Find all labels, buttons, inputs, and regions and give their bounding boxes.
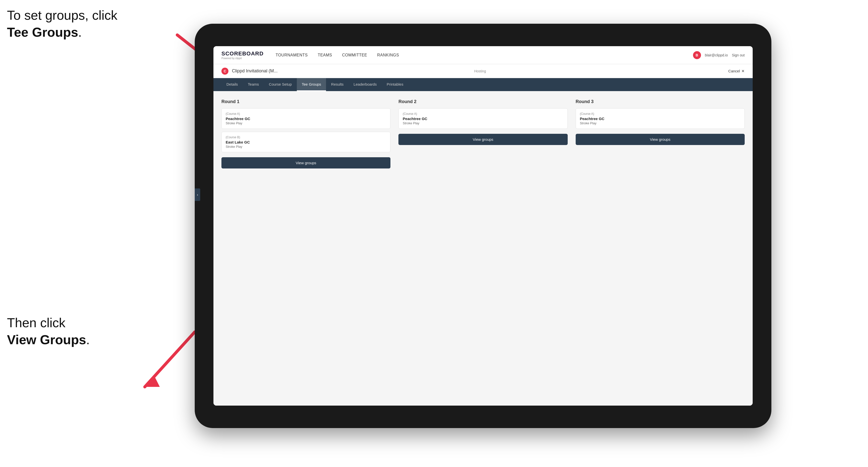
tab-printables[interactable]: Printables xyxy=(382,78,408,91)
instruction-bottom-bold: View Groups xyxy=(7,333,86,347)
nav-committee[interactable]: COMMITTEE xyxy=(342,52,367,58)
top-navigation: SCOREBOARD Powered by clippit TOURNAMENT… xyxy=(213,46,753,64)
instruction-top-line1: To set groups, click xyxy=(7,8,117,23)
round-1-course-b-name: East Lake GC xyxy=(226,140,386,144)
round-2-course-a-type: Stroke Play xyxy=(403,121,563,125)
round-1-course-b-card: (Course B) East Lake GC Stroke Play xyxy=(221,132,391,152)
instruction-bottom: Then click View Groups. xyxy=(7,314,90,348)
round-3-course-a-name: Peachtree GC xyxy=(580,117,740,121)
logo-text: SCOREBOARD xyxy=(221,51,264,57)
cancel-button[interactable]: Cancel ✕ xyxy=(728,69,745,73)
view-groups-round-1-button[interactable]: View groups xyxy=(221,157,391,168)
nav-teams[interactable]: TEAMS xyxy=(318,52,332,58)
tab-course-setup[interactable]: Course Setup xyxy=(264,78,297,91)
logo-area: SCOREBOARD Powered by clippit xyxy=(221,51,264,60)
sidebar-toggle[interactable]: › xyxy=(195,188,200,201)
tablet-device: SCOREBOARD Powered by clippit TOURNAMENT… xyxy=(195,24,771,428)
tab-details[interactable]: Details xyxy=(221,78,243,91)
nav-tournaments[interactable]: TOURNAMENTS xyxy=(276,52,308,58)
round-3-title: Round 3 xyxy=(576,99,745,104)
round-3-column: Round 3 (Course A) Peachtree GC Stroke P… xyxy=(576,99,745,168)
round-2-title: Round 2 xyxy=(398,99,567,104)
view-groups-round-2-button[interactable]: View groups xyxy=(398,134,567,145)
round-3-course-a-label: (Course A) xyxy=(580,112,740,116)
round-1-column: Round 1 (Course A) Peachtree GC Stroke P… xyxy=(221,99,391,168)
nav-rankings[interactable]: RANKINGS xyxy=(377,52,399,58)
round-2-column: Round 2 (Course A) Peachtree GC Stroke P… xyxy=(398,99,567,168)
nav-right: B blair@clippd.io Sign out xyxy=(693,51,745,59)
tournament-hosting: Hosting xyxy=(474,69,486,73)
view-groups-round-3-button[interactable]: View groups xyxy=(576,134,745,145)
round-1-title: Round 1 xyxy=(221,99,391,104)
round-2-course-a-card: (Course A) Peachtree GC Stroke Play xyxy=(398,108,567,129)
instruction-bottom-punct: . xyxy=(86,333,90,347)
instruction-top-punct: . xyxy=(78,25,82,39)
round-1-course-a-type: Stroke Play xyxy=(226,121,386,125)
cancel-x-icon: ✕ xyxy=(741,69,745,73)
round-3-course-a-type: Stroke Play xyxy=(580,121,740,125)
round-1-course-a-label: (Course A) xyxy=(226,112,386,116)
tournament-header: C Clippd Invitational (M... Hosting Canc… xyxy=(213,64,753,78)
tab-teams[interactable]: Teams xyxy=(243,78,264,91)
user-email: blair@clippd.io xyxy=(705,53,728,57)
logo-sub: Powered by clippit xyxy=(221,57,264,60)
round-3-course-a-card: (Course A) Peachtree GC Stroke Play xyxy=(576,108,745,129)
tab-leaderboards[interactable]: Leaderboards xyxy=(348,78,382,91)
arrow-view-groups xyxy=(125,324,205,394)
round-2-course-a-name: Peachtree GC xyxy=(403,117,563,121)
svg-line-2 xyxy=(145,332,195,387)
instruction-bottom-line1: Then click xyxy=(7,315,65,330)
instruction-top-bold: Tee Groups xyxy=(7,25,78,39)
tournament-name: Clippd Invitational (M... xyxy=(232,68,474,74)
round-1-course-a-card: (Course A) Peachtree GC Stroke Play xyxy=(221,108,391,129)
nav-links: TOURNAMENTS TEAMS COMMITTEE RANKINGS xyxy=(276,52,693,58)
sidebar-toggle-icon: › xyxy=(197,193,198,197)
round-1-course-b-label: (Course B) xyxy=(226,135,386,139)
round-1-course-a-name: Peachtree GC xyxy=(226,117,386,121)
tablet-screen: SCOREBOARD Powered by clippit TOURNAMENT… xyxy=(213,46,753,406)
user-avatar: B xyxy=(693,51,701,59)
sign-out-link[interactable]: Sign out xyxy=(732,53,745,57)
rounds-grid: Round 1 (Course A) Peachtree GC Stroke P… xyxy=(221,99,745,168)
instruction-top: To set groups, click Tee Groups. xyxy=(7,7,117,41)
round-1-course-b-type: Stroke Play xyxy=(226,145,386,149)
round-2-course-a-label: (Course A) xyxy=(403,112,563,116)
tab-results[interactable]: Results xyxy=(326,78,348,91)
tournament-icon: C xyxy=(221,68,228,74)
tab-tee-groups[interactable]: Tee Groups xyxy=(297,78,326,91)
sub-navigation: Details Teams Course Setup Tee Groups Re… xyxy=(213,78,753,91)
logo-scoreboard: SCOREBOARD xyxy=(221,51,264,57)
main-content: Round 1 (Course A) Peachtree GC Stroke P… xyxy=(213,91,753,406)
